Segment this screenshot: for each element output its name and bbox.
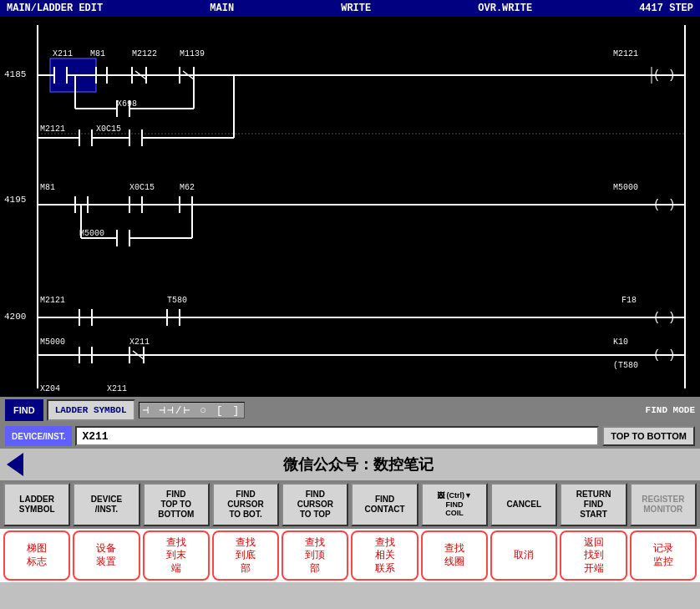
device-input[interactable] [75, 426, 599, 446]
func-btn-ladder-symbol[interactable]: LADDERSYMBOL [3, 483, 70, 526]
find-bar: FIND LADDER SYMBOL ⊣ ⊣⊣/⊢ ○ [ ] FIND MOD… [0, 397, 700, 424]
func-btn-find-contact-label: FINDCONTACT [365, 495, 405, 515]
announce-bar: 微信公众号：数控笔记 [0, 449, 700, 480]
svg-text:): ) [668, 348, 675, 362]
cn-btn-find-contact[interactable]: 查找相关联系 [351, 530, 418, 581]
svg-text:M2121: M2121 [40, 124, 65, 134]
header-title-left: MAIN/LADDER EDIT [7, 3, 103, 14]
header-title-ovrwrite: OVR.WRITE [478, 3, 532, 14]
cn-btn-find-bottom[interactable]: 查找到底部 [212, 530, 279, 581]
announce-text: 微信公众号：数控笔记 [23, 454, 693, 475]
func-buttons-row: LADDERSYMBOL DEVICE/INST. FINDTOP TOBOTT… [0, 480, 700, 529]
cn-btn-register[interactable]: 记录监控 [630, 530, 697, 581]
svg-text:(: ( [653, 69, 660, 82]
svg-text:): ) [668, 69, 675, 82]
cn-btn-cancel[interactable]: 取消 [490, 530, 557, 581]
svg-text:X0C15: X0C15 [129, 183, 155, 192]
svg-text:X204: X204 [40, 384, 60, 393]
svg-text:4200: 4200 [4, 312, 26, 322]
svg-text:X211: X211 [107, 384, 127, 393]
cn-btn-find-coil[interactable]: 查找线圈 [421, 530, 488, 581]
func-btn-find-cursor-bot-label: FINDCURSORTO BOT. [227, 490, 263, 520]
find-button[interactable]: FIND [5, 399, 43, 421]
symbol-chars: ⊣ ⊣⊣/⊢ ○ [ ] [139, 402, 246, 419]
svg-text:M5000: M5000 [79, 229, 104, 238]
svg-text:M1139: M1139 [180, 49, 205, 58]
svg-text:): ) [668, 198, 675, 211]
func-btn-cancel[interactable]: CANCEL [490, 483, 557, 526]
arrow-left-icon[interactable] [7, 453, 23, 476]
header-title-write: WRITE [341, 3, 371, 14]
svg-text:M5000: M5000 [40, 337, 65, 347]
svg-text:(: ( [653, 311, 660, 324]
svg-text:M5000: M5000 [613, 183, 638, 192]
ladder-symbol-label: LADDER SYMBOL [47, 399, 135, 421]
header-bar: MAIN/LADDER EDIT MAIN WRITE OVR.WRITE 44… [0, 0, 700, 17]
svg-text:M2121: M2121 [40, 296, 65, 305]
svg-text:T580: T580 [167, 296, 187, 305]
svg-rect-0 [0, 17, 700, 397]
svg-text:M81: M81 [90, 49, 105, 58]
svg-text:M81: M81 [40, 183, 55, 192]
func-btn-find-coil[interactable]: 🖼 (Ctrl)▼FINDCOIL [421, 483, 488, 526]
svg-text:M2121: M2121 [613, 49, 638, 58]
cn-btn-ladder-symbol[interactable]: 梯图标志 [3, 530, 70, 581]
cn-btn-return[interactable]: 返回找到开端 [560, 530, 626, 581]
svg-text:X211: X211 [129, 337, 150, 347]
func-btn-find-cursor-top-label: FINDCURSORTO TOP [297, 490, 333, 520]
func-btn-find-contact[interactable]: FINDCONTACT [351, 483, 418, 526]
func-btn-find-top-bottom-label: FINDTOP TOBOTTOM [158, 490, 194, 520]
svg-text:F18: F18 [621, 296, 637, 305]
cn-btn-find-top[interactable]: 查找到顶部 [282, 530, 348, 581]
svg-text:4195: 4195 [4, 195, 26, 205]
func-btn-cancel-label: CANCEL [506, 500, 541, 510]
func-btn-register-monitor-label: REGISTERMONITOR [642, 495, 684, 515]
cn-btn-device[interactable]: 设备装置 [73, 530, 139, 581]
func-btn-device-inst[interactable]: DEVICE/INST. [73, 483, 139, 526]
func-btn-find-cursor-top[interactable]: FINDCURSORTO TOP [282, 483, 348, 526]
header-title-step: 4417 STEP [639, 3, 693, 14]
func-btn-device-inst-label: DEVICE/INST. [91, 495, 122, 515]
func-btn-return-find-label: RETURNFINDSTART [576, 490, 611, 520]
svg-text:K10: K10 [613, 337, 628, 347]
svg-text:X0C15: X0C15 [96, 124, 121, 134]
svg-text:X211: X211 [53, 49, 73, 58]
mode-dropdown[interactable]: TOP TO BOTTOM [602, 426, 695, 446]
ladder-area: 4185 X211 M81 M2122 M1139 M2121 [0, 17, 700, 397]
find-mode-label: FIND MODE [646, 405, 695, 415]
svg-text:(: ( [653, 348, 660, 362]
func-btn-find-coil-label: 🖼 (Ctrl)▼FINDCOIL [437, 491, 472, 518]
device-inst-button[interactable]: DEVICE/INST. [5, 426, 72, 446]
chinese-buttons-row: 梯图标志 设备装置 查找到末端 查找到底部 查找到顶部 查找相关联系 查找线圈 … [0, 529, 700, 582]
header-title-center: MAIN [210, 3, 234, 14]
ladder-diagram: 4185 X211 M81 M2122 M1139 M2121 [0, 17, 700, 397]
device-row: DEVICE/INST. TOP TO BOTTOM [0, 424, 700, 449]
svg-text:(T580: (T580 [613, 361, 638, 370]
func-btn-register-monitor[interactable]: REGISTERMONITOR [630, 483, 697, 526]
func-btn-find-top-bottom[interactable]: FINDTOP TOBOTTOM [143, 483, 210, 526]
func-btn-return-find[interactable]: RETURNFINDSTART [560, 483, 626, 526]
svg-text:): ) [668, 311, 675, 324]
cn-btn-find-end[interactable]: 查找到末端 [143, 530, 210, 581]
svg-text:M2122: M2122 [132, 49, 157, 58]
svg-text:4185: 4185 [4, 69, 26, 79]
svg-text:X698: X698 [117, 99, 137, 109]
svg-text:(: ( [653, 198, 660, 211]
svg-text:M62: M62 [180, 183, 195, 192]
func-btn-find-cursor-bot[interactable]: FINDCURSORTO BOT. [212, 483, 279, 526]
func-btn-ladder-symbol-label: LADDERSYMBOL [19, 495, 55, 515]
